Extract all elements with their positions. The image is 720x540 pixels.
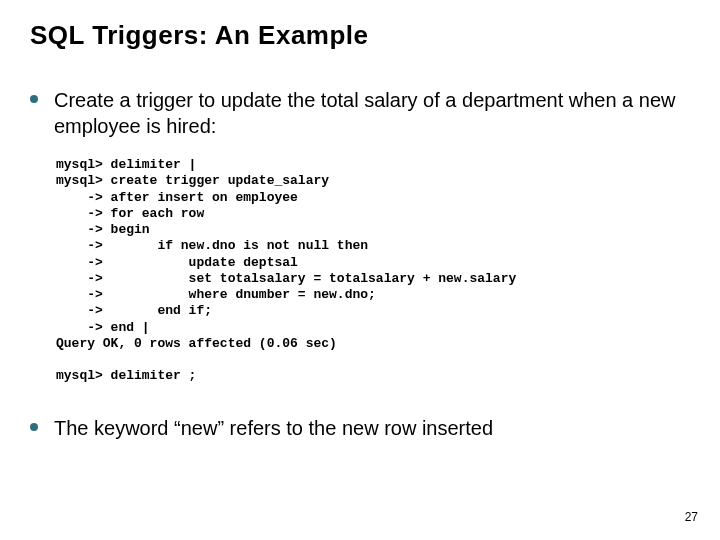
bullet-item-1: Create a trigger to update the total sal… <box>30 87 690 139</box>
slide-title: SQL Triggers: An Example <box>30 20 690 51</box>
page-number: 27 <box>685 510 698 524</box>
slide: SQL Triggers: An Example Create a trigge… <box>0 0 720 540</box>
bullet-icon <box>30 423 38 431</box>
code-block: mysql> delimiter | mysql> create trigger… <box>56 157 690 385</box>
bullet-text-2: The keyword “new” refers to the new row … <box>54 415 493 441</box>
bullet-text-1: Create a trigger to update the total sal… <box>54 87 690 139</box>
bullet-icon <box>30 95 38 103</box>
bullet-item-2: The keyword “new” refers to the new row … <box>30 415 690 441</box>
